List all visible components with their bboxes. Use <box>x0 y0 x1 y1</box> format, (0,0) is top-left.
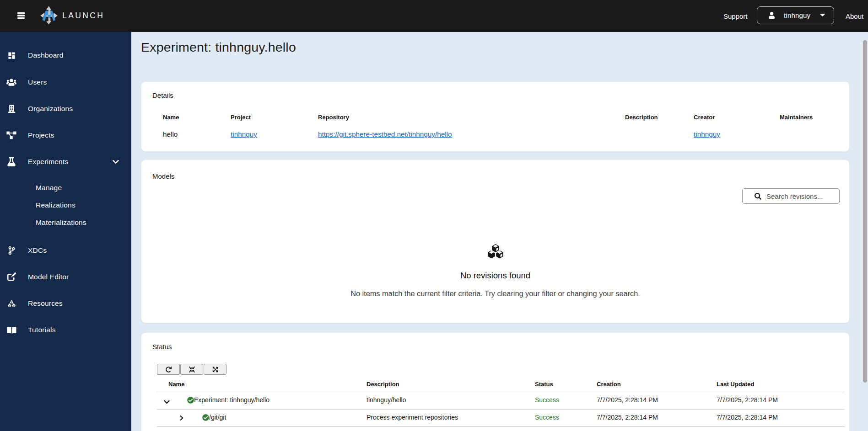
code-branch-icon <box>6 245 16 255</box>
details-header-maintainers: Maintainers <box>780 114 813 121</box>
collapse-all-button[interactable] <box>180 364 203 375</box>
search-box <box>742 188 840 204</box>
search-revisions-input[interactable] <box>766 189 838 203</box>
flask-icon <box>6 157 16 167</box>
sidebar-item-experiments[interactable]: Experiments <box>0 155 131 169</box>
details-value-name: hello <box>163 130 178 138</box>
sidebar-item-xdcs[interactable]: XDCs <box>0 244 131 257</box>
status-row-status: Success <box>535 396 559 404</box>
details-header-creator: Creator <box>694 114 715 121</box>
details-header-description: Description <box>625 114 658 121</box>
search-icon <box>755 193 761 200</box>
sidebar-item-users[interactable]: Users <box>0 75 131 89</box>
details-value-creator-link[interactable]: tinhnguy <box>694 130 720 138</box>
launch-logo[interactable]: LAUNCH <box>40 6 104 25</box>
compress-icon <box>189 367 195 372</box>
sidebar-nav: Dashboard Users Organizations <box>0 32 131 431</box>
dashboard-icon <box>6 50 16 60</box>
user-menu-button[interactable]: tinhnguy <box>757 6 834 24</box>
status-row-description: Process experiment repositories <box>367 414 458 421</box>
status-row-last-updated: 7/7/2025, 2:28:14 PM <box>717 414 778 421</box>
empty-state-message: No items match the current filter criter… <box>141 289 849 298</box>
user-icon <box>768 12 775 19</box>
status-row-creation: 7/7/2025, 2:28:14 PM <box>597 414 658 421</box>
edit-icon <box>6 272 16 282</box>
refresh-button[interactable] <box>157 364 180 375</box>
vertical-scrollbar-thumb[interactable] <box>863 40 867 383</box>
row-expand-chevron[interactable] <box>180 415 183 423</box>
details-card-title: Details <box>152 91 173 99</box>
details-value-repository-link[interactable]: https://git.sphere-testbed.net/tinhnguy/… <box>318 130 452 138</box>
page-title: Experiment: tinhnguy.hello <box>141 40 296 55</box>
sidebar-item-realizations[interactable]: Realizations <box>0 198 131 212</box>
building-icon <box>6 104 16 114</box>
status-row-name: Experiment: tinhnguy/hello <box>194 396 270 404</box>
sidebar-item-materializations[interactable]: Materializations <box>0 216 131 229</box>
status-header-status: Status <box>535 381 553 388</box>
status-row-last-updated: 7/7/2025, 2:28:14 PM <box>717 396 778 404</box>
status-row-status: Success <box>535 414 559 421</box>
table-separator <box>157 392 845 392</box>
users-icon <box>6 77 16 87</box>
models-card-title: Models <box>152 172 174 180</box>
launch-logo-icon <box>40 6 58 25</box>
hamburger-bar <box>17 17 25 19</box>
hamburger-bar <box>17 15 25 16</box>
details-header-project: Project <box>231 114 251 121</box>
hamburger-bar <box>17 12 25 14</box>
brand-text: LAUNCH <box>62 11 104 21</box>
sidebar-item-tutorials[interactable]: Tutorials <box>0 323 131 337</box>
status-header-name: Name <box>168 381 184 388</box>
empty-state-title: No revisions found <box>141 271 849 281</box>
models-card: Models No revisions found No items match… <box>141 160 850 323</box>
book-open-icon <box>6 325 16 335</box>
status-row-description: tinhnguy/hello <box>367 396 406 404</box>
sidebar-item-manage[interactable]: Manage <box>0 181 131 195</box>
details-header-name: Name <box>163 114 179 121</box>
caret-down-icon <box>820 14 825 17</box>
status-row-name: /git/git <box>209 414 226 421</box>
success-check-icon <box>187 397 194 404</box>
row-collapse-chevron[interactable] <box>164 398 170 406</box>
row-separator <box>157 409 845 410</box>
sidebar-item-resources[interactable]: Resources <box>0 297 131 310</box>
sidebar-item-organizations[interactable]: Organizations <box>0 102 131 116</box>
details-card: Details Name Project Repository Descript… <box>141 81 850 152</box>
sidebar-item-projects[interactable]: Projects <box>0 128 131 142</box>
sidebar-item-model-editor[interactable]: Model Editor <box>0 270 131 284</box>
menu-toggle-button[interactable] <box>17 12 26 20</box>
success-check-icon <box>202 414 209 421</box>
no-revisions-cubes-icon <box>486 244 505 259</box>
details-value-project-link[interactable]: tinhnguy <box>231 130 257 138</box>
chevron-down-icon <box>113 158 119 166</box>
status-row-creation: 7/7/2025, 2:28:14 PM <box>597 396 658 404</box>
sidebar-item-dashboard[interactable]: Dashboard <box>0 48 131 62</box>
details-header-repository: Repository <box>318 114 349 121</box>
status-header-creation: Creation <box>597 381 621 388</box>
status-card-title: Status <box>152 343 172 351</box>
status-header-description: Description <box>367 381 399 388</box>
project-diagram-icon <box>6 130 16 140</box>
top-navbar: LAUNCH Support tinhnguy About <box>0 0 868 32</box>
support-link[interactable]: Support <box>723 0 748 32</box>
expand-icon <box>212 367 218 372</box>
row-separator <box>157 426 845 427</box>
status-header-last-updated: Last Updated <box>717 381 754 388</box>
expand-all-button[interactable] <box>204 364 226 375</box>
status-card: Status Name Description Status Creation … <box>141 332 850 431</box>
username-label: tinhnguy <box>784 11 810 19</box>
refresh-icon <box>166 367 172 372</box>
about-link[interactable]: About <box>846 0 863 32</box>
cubes-icon <box>6 298 16 309</box>
